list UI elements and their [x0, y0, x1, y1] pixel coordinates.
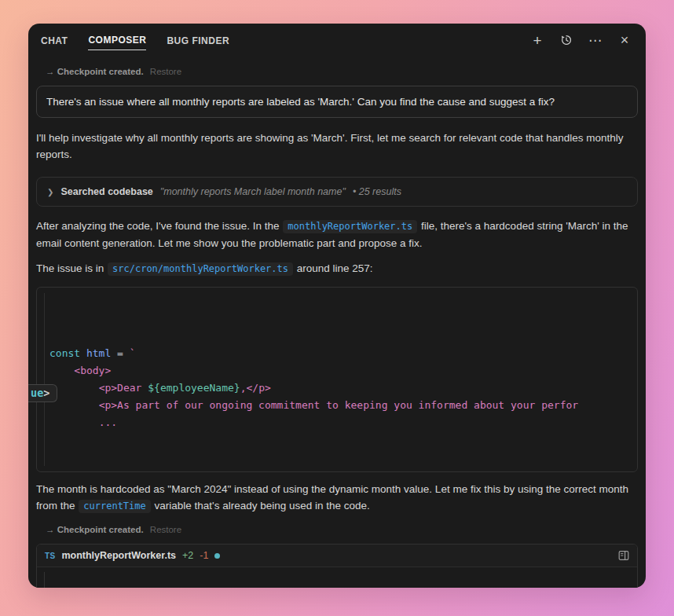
tab-group: CHATCOMPOSERBUG FINDER — [41, 30, 229, 50]
desktop-background: CHATCOMPOSERBUG FINDER + ⋯ × → Checkpoin… — [0, 0, 674, 616]
text-segment: After analyzing the code, I've found the… — [36, 220, 282, 232]
assistant-message: I'll help investigate why all monthly re… — [36, 130, 638, 163]
checkpoint-label: Checkpoint created. — [57, 525, 144, 534]
typescript-file-icon: TS — [45, 552, 55, 560]
tab-composer[interactable]: COMPOSER — [88, 30, 146, 50]
code-token: const — [49, 347, 86, 359]
code-line: ... — [37, 414, 637, 431]
code-token: html — [86, 347, 111, 359]
assistant-message: The issue is in src/cron/monthlyReportWo… — [36, 260, 638, 277]
text-segment: I'll help investigate why all monthly re… — [36, 132, 624, 160]
code-line: <p>Dear ${employeeName},</p> — [37, 380, 637, 397]
diff-removed-count: -1 — [200, 550, 208, 561]
restore-button[interactable]: Restore — [150, 67, 181, 76]
code-line: const html = ` — [37, 345, 637, 362]
code-token: <p> — [99, 399, 117, 411]
diff-header[interactable]: TS monthlyReportWorker.ts +2 -1 — [37, 544, 637, 567]
hover-popup: ue> — [28, 384, 57, 402]
diff-block: TS monthlyReportWorker.ts +2 -1 publicHo — [36, 544, 638, 588]
modified-dot-icon — [214, 553, 220, 559]
checkpoint-row: → Checkpoint created. Restore — [46, 525, 646, 534]
code-line: <body> — [37, 362, 637, 380]
composer-panel: CHATCOMPOSERBUG FINDER + ⋯ × → Checkpoin… — [28, 24, 646, 588]
code-token — [49, 416, 99, 428]
search-result-count: • 25 results — [353, 186, 401, 197]
text-segment: around line 257: — [294, 262, 373, 274]
diff-filename: monthlyReportWorker.ts — [61, 550, 176, 561]
close-icon[interactable]: × — [617, 33, 632, 47]
diff-added-count: +2 — [182, 550, 193, 561]
indent-guide — [44, 293, 45, 466]
code-token: </p> — [246, 382, 270, 394]
open-in-editor-icon[interactable] — [618, 550, 629, 561]
code-line: <p>As part of our ongoing commitment to … — [37, 397, 637, 414]
code-snippet-lines: const html = ` <body> <p>Dear ${employee… — [37, 345, 637, 431]
inline-code: monthlyReportWorker.ts — [283, 220, 417, 233]
tab-bar: CHATCOMPOSERBUG FINDER + ⋯ × — [28, 24, 646, 57]
history-icon[interactable] — [559, 33, 573, 47]
code-token — [49, 365, 74, 376]
search-tool-title: Searched codebase — [60, 186, 152, 197]
new-composer-icon[interactable]: + — [530, 33, 544, 47]
diff-code-area: publicHolidays: calamari.PublicHoliday[]… — [37, 567, 637, 588]
code-token — [49, 399, 99, 411]
code-token: <body> — [74, 365, 111, 376]
inline-code: currentTime — [79, 500, 150, 513]
checkpoint-label: Checkpoint created. — [57, 67, 144, 76]
user-message: There's an issue where all monthly repor… — [36, 86, 638, 118]
assistant-message: After analyzing the code, I've found the… — [36, 218, 638, 251]
text-segment: The issue is in — [36, 262, 107, 274]
chevron-right-icon: ❯ — [47, 188, 53, 196]
code-snippet-block: const html = ` <body> <p>Dear ${employee… — [36, 287, 638, 472]
text-segment: variable that's already being used in th… — [152, 500, 370, 512]
tab-chat[interactable]: CHAT — [41, 31, 68, 50]
indent-guide — [44, 572, 45, 588]
checkpoint-arrow-icon: → — [46, 525, 55, 534]
searched-codebase-row[interactable]: ❯ Searched codebase "monthly reports Mar… — [36, 177, 638, 207]
code-token: = — [111, 347, 129, 359]
checkpoint-row: → Checkpoint created. Restore — [46, 67, 646, 76]
popup-bracket-text: > — [43, 387, 49, 399]
window-actions: + ⋯ × — [530, 33, 632, 47]
inline-code: src/cron/monthlyReportWorker.ts — [108, 262, 293, 276]
code-token: ${employeeName} — [148, 382, 240, 394]
more-options-icon[interactable]: ⋯ — [588, 33, 603, 47]
code-token: ... — [99, 416, 117, 428]
checkpoint-arrow-icon: → — [46, 67, 55, 76]
code-token: Dear — [117, 382, 148, 394]
restore-button[interactable]: Restore — [150, 525, 181, 534]
code-token: As part of our ongoing commitment to kee… — [117, 399, 578, 411]
search-query: "monthly reports March label month name" — [160, 186, 346, 197]
code-token: ` — [130, 347, 136, 359]
assistant-message: The month is hardcoded as "March 2024" i… — [36, 481, 638, 515]
tab-bug-finder[interactable]: BUG FINDER — [167, 31, 229, 50]
code-token: <p> — [99, 382, 117, 394]
popup-code-text: ue — [31, 387, 43, 399]
